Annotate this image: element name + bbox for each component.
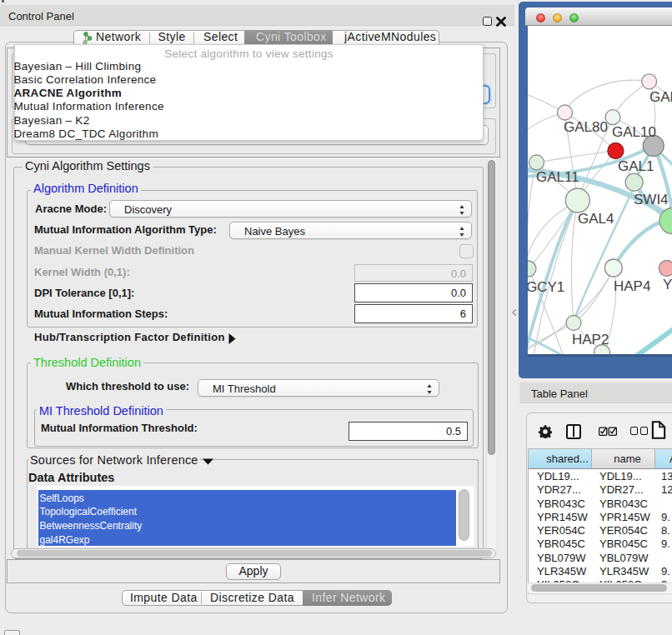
- svg-text:GAL7: GAL7: [649, 89, 672, 105]
- svg-text:SWI4: SWI4: [634, 192, 669, 208]
- svg-text:GAL4: GAL4: [578, 211, 614, 227]
- svg-text:GCY1: GCY1: [528, 279, 564, 295]
- svg-text:GAL1: GAL1: [618, 158, 654, 174]
- svg-text:GAL10: GAL10: [612, 124, 656, 140]
- svg-text:GAL80: GAL80: [564, 119, 608, 135]
- svg-text:HAP2: HAP2: [572, 332, 609, 348]
- svg-text:HAP4: HAP4: [614, 278, 650, 294]
- svg-text:GAL11: GAL11: [536, 169, 579, 185]
- svg-text:Y: Y: [663, 277, 672, 292]
